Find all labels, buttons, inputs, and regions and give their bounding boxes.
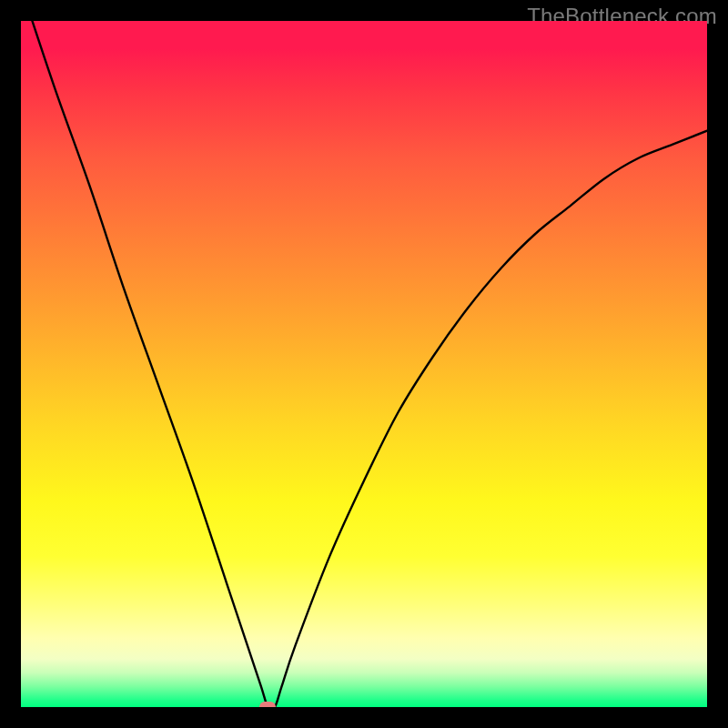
bottleneck-curve xyxy=(21,21,707,707)
chart-container: TheBottleneck.com xyxy=(0,0,728,728)
plot-area xyxy=(21,21,707,707)
curve-path xyxy=(21,21,707,707)
optimal-point-marker xyxy=(259,702,276,707)
